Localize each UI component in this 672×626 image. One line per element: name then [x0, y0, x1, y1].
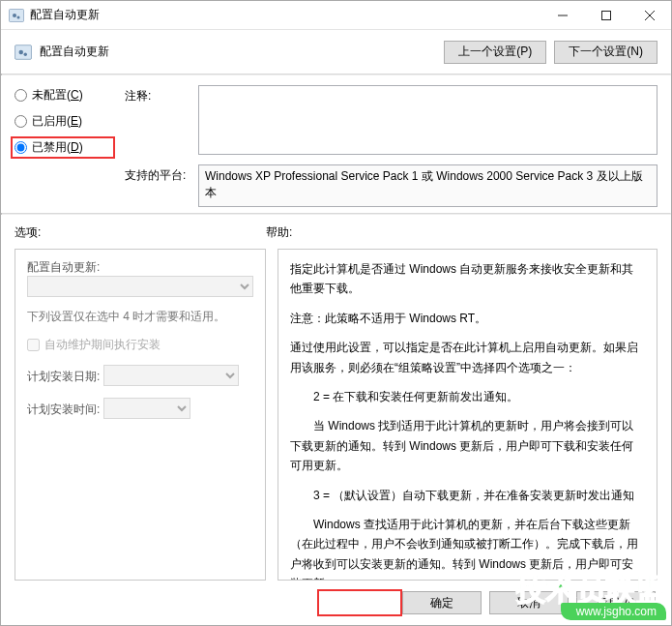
maintenance-checkbox[interactable] [27, 339, 40, 351]
policy-icon [9, 8, 24, 23]
options-note-text: 下列设置仅在选中 4 时才需要和适用。 [27, 309, 253, 325]
configure-update-select[interactable] [27, 276, 253, 297]
header: 配置自动更新 上一个设置(P) 下一个设置(N) [1, 30, 671, 74]
radio-disabled[interactable]: 已禁用(D) [15, 139, 111, 156]
radio-enabled-input[interactable] [15, 115, 27, 128]
supported-platform-box: Windows XP Professional Service Pack 1 或… [198, 164, 657, 207]
help-text: 注意：此策略不适用于 Windows RT。 [290, 309, 645, 328]
radio-not-configured[interactable]: 未配置(C) [15, 87, 111, 104]
install-time-select[interactable] [103, 398, 190, 419]
minimize-button[interactable] [541, 1, 584, 29]
help-text: 3 = （默认设置）自动下载更新，并在准备安装更新时发出通知 [290, 486, 645, 505]
dialog-button-bar: 确定 取消 应用(A) [1, 581, 671, 625]
supported-label: 支持的平台: [125, 164, 192, 207]
help-text: 指定此计算机是否通过 Windows 自动更新服务来接收安全更新和其他重要下载。 [290, 259, 645, 299]
svg-point-2 [17, 15, 20, 18]
help-text: 通过使用此设置，可以指定是否在此计算机上启用自动更新。如果启用该服务，则必须在“… [290, 338, 645, 377]
header-title: 配置自动更新 [40, 44, 436, 60]
install-time-label: 计划安装时间: [27, 402, 100, 416]
maintenance-checkbox-label: 自动维护期间执行安装 [44, 337, 161, 353]
close-button[interactable] [628, 1, 671, 29]
help-text: Windows 查找适用于此计算机的更新，并在后台下载这些更新（在此过程中，用户… [290, 515, 645, 581]
options-section-label: 选项: [15, 224, 266, 241]
radio-enabled-label: 已启用(E) [32, 113, 82, 130]
ok-button[interactable]: 确定 [402, 591, 482, 614]
svg-point-1 [13, 14, 16, 17]
help-text: 2 = 在下载和安装任何更新前发出通知。 [290, 387, 645, 406]
titlebar: 配置自动更新 [1, 1, 671, 30]
help-text: 当 Windows 找到适用于此计算机的更新时，用户将会接到可以下载更新的通知。… [290, 416, 645, 475]
install-day-label: 计划安装日期: [27, 370, 100, 383]
radio-enabled[interactable]: 已启用(E) [15, 113, 111, 130]
svg-point-5 [19, 49, 24, 54]
annotation-highlight [317, 589, 402, 616]
next-setting-button[interactable]: 下一个设置(N) [554, 41, 657, 64]
radio-disabled-input[interactable] [15, 141, 27, 154]
comment-textarea[interactable] [198, 85, 657, 155]
state-radios: 未配置(C) 已启用(E) 已禁用(D) [15, 85, 111, 207]
apply-button[interactable]: 应用(A) [576, 591, 656, 614]
policy-icon [15, 44, 32, 61]
help-section-label: 帮助: [266, 224, 657, 241]
configure-update-label: 配置自动更新: [27, 259, 253, 276]
svg-rect-3 [601, 11, 610, 19]
radio-not-configured-label: 未配置(C) [32, 87, 83, 104]
comment-label: 注释: [125, 85, 192, 155]
window-title: 配置自动更新 [30, 7, 541, 23]
radio-not-configured-input[interactable] [15, 89, 27, 102]
radio-disabled-label: 已禁用(D) [32, 139, 83, 156]
maintenance-checkbox-row[interactable]: 自动维护期间执行安装 [27, 337, 253, 353]
install-day-select[interactable] [103, 365, 239, 386]
cancel-button[interactable]: 取消 [489, 591, 569, 614]
svg-point-6 [24, 52, 27, 55]
maximize-button[interactable] [584, 1, 628, 29]
options-panel: 配置自动更新: 下列设置仅在选中 4 时才需要和适用。 自动维护期间执行安装 计… [15, 249, 266, 581]
help-panel: 指定此计算机是否通过 Windows 自动更新服务来接收安全更新和其他重要下载。… [278, 249, 657, 581]
previous-setting-button[interactable]: 上一个设置(P) [444, 41, 546, 64]
